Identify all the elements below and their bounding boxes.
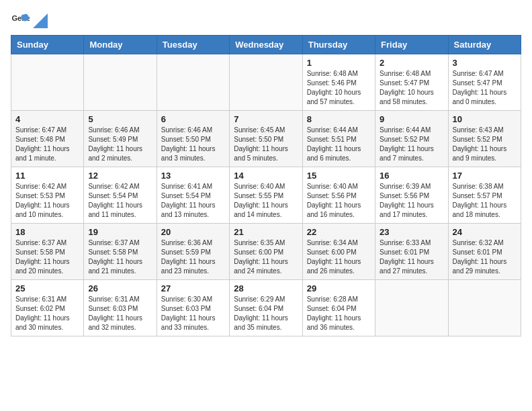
day-info: Sunrise: 6:36 AM Sunset: 5:59 PM Dayligh… <box>161 238 225 276</box>
day-header-thursday: Thursday <box>302 36 375 54</box>
day-info: Sunrise: 6:37 AM Sunset: 5:58 PM Dayligh… <box>88 238 152 276</box>
calendar-cell: 21Sunrise: 6:35 AM Sunset: 6:00 PM Dayli… <box>230 224 302 280</box>
day-info: Sunrise: 6:31 AM Sunset: 6:03 PM Dayligh… <box>88 295 152 332</box>
calendar-cell: 9Sunrise: 6:44 AM Sunset: 5:52 PM Daylig… <box>375 111 448 167</box>
logo-triangle <box>33 13 48 28</box>
day-info: Sunrise: 6:44 AM Sunset: 5:51 PM Dayligh… <box>307 126 371 163</box>
day-info: Sunrise: 6:42 AM Sunset: 5:54 PM Dayligh… <box>88 182 152 220</box>
day-number: 25 <box>15 283 79 293</box>
calendar-cell: 19Sunrise: 6:37 AM Sunset: 5:58 PM Dayli… <box>84 224 157 280</box>
calendar-week-4: 18Sunrise: 6:37 AM Sunset: 5:58 PM Dayli… <box>11 224 521 280</box>
day-header-sunday: Sunday <box>11 36 84 54</box>
day-number: 12 <box>88 171 152 181</box>
calendar-cell: 10Sunrise: 6:43 AM Sunset: 5:52 PM Dayli… <box>448 111 521 167</box>
calendar-cell: 22Sunrise: 6:34 AM Sunset: 6:00 PM Dayli… <box>302 224 375 280</box>
calendar-cell: 14Sunrise: 6:40 AM Sunset: 5:55 PM Dayli… <box>230 167 302 224</box>
day-number: 7 <box>234 114 298 124</box>
calendar-cell: 26Sunrise: 6:31 AM Sunset: 6:03 PM Dayli… <box>84 280 157 336</box>
calendar-cell <box>230 54 302 111</box>
calendar-cell: 11Sunrise: 6:42 AM Sunset: 5:53 PM Dayli… <box>11 167 84 224</box>
day-number: 5 <box>88 114 152 124</box>
day-number: 14 <box>234 171 298 181</box>
calendar-cell <box>448 280 521 336</box>
calendar-cell: 2Sunrise: 6:48 AM Sunset: 5:47 PM Daylig… <box>375 54 448 111</box>
day-info: Sunrise: 6:40 AM Sunset: 5:55 PM Dayligh… <box>234 182 298 220</box>
day-info: Sunrise: 6:48 AM Sunset: 5:46 PM Dayligh… <box>307 69 371 107</box>
day-info: Sunrise: 6:38 AM Sunset: 5:57 PM Dayligh… <box>453 182 517 220</box>
calendar-cell: 28Sunrise: 6:29 AM Sunset: 6:04 PM Dayli… <box>230 280 302 336</box>
header: General <box>11 11 521 30</box>
day-number: 10 <box>453 114 517 124</box>
calendar-cell: 12Sunrise: 6:42 AM Sunset: 5:54 PM Dayli… <box>84 167 157 224</box>
calendar-cell: 7Sunrise: 6:45 AM Sunset: 5:50 PM Daylig… <box>230 111 302 167</box>
day-header-friday: Friday <box>375 36 448 54</box>
day-number: 19 <box>88 227 152 237</box>
day-number: 24 <box>453 227 517 237</box>
day-number: 22 <box>307 227 371 237</box>
day-number: 6 <box>161 114 225 124</box>
calendar-cell <box>157 54 229 111</box>
day-info: Sunrise: 6:48 AM Sunset: 5:47 PM Dayligh… <box>380 69 443 107</box>
calendar-cell: 1Sunrise: 6:48 AM Sunset: 5:46 PM Daylig… <box>302 54 375 111</box>
day-info: Sunrise: 6:47 AM Sunset: 5:48 PM Dayligh… <box>15 126 79 163</box>
calendar-cell <box>375 280 448 336</box>
calendar-cell: 25Sunrise: 6:31 AM Sunset: 6:02 PM Dayli… <box>11 280 84 336</box>
day-number: 4 <box>15 114 79 124</box>
day-number: 27 <box>161 283 225 293</box>
day-number: 18 <box>15 227 79 237</box>
calendar-week-2: 4Sunrise: 6:47 AM Sunset: 5:48 PM Daylig… <box>11 111 521 167</box>
calendar-cell: 23Sunrise: 6:33 AM Sunset: 6:01 PM Dayli… <box>375 224 448 280</box>
day-number: 8 <box>307 114 371 124</box>
day-number: 21 <box>234 227 298 237</box>
day-number: 20 <box>161 227 225 237</box>
day-header-saturday: Saturday <box>448 36 521 54</box>
svg-marker-1 <box>33 13 48 28</box>
day-info: Sunrise: 6:43 AM Sunset: 5:52 PM Dayligh… <box>453 126 517 163</box>
day-info: Sunrise: 6:47 AM Sunset: 5:47 PM Dayligh… <box>453 69 517 107</box>
day-number: 15 <box>307 171 371 181</box>
day-number: 23 <box>380 227 443 237</box>
day-info: Sunrise: 6:32 AM Sunset: 6:01 PM Dayligh… <box>453 238 517 276</box>
calendar-cell <box>84 54 157 111</box>
day-number: 26 <box>88 283 152 293</box>
calendar-cell: 18Sunrise: 6:37 AM Sunset: 5:58 PM Dayli… <box>11 224 84 280</box>
calendar-cell: 6Sunrise: 6:46 AM Sunset: 5:50 PM Daylig… <box>157 111 229 167</box>
calendar-week-1: 1Sunrise: 6:48 AM Sunset: 5:46 PM Daylig… <box>11 54 521 111</box>
calendar-cell: 4Sunrise: 6:47 AM Sunset: 5:48 PM Daylig… <box>11 111 84 167</box>
calendar-week-5: 25Sunrise: 6:31 AM Sunset: 6:02 PM Dayli… <box>11 280 521 336</box>
calendar-cell <box>11 54 84 111</box>
calendar-cell: 3Sunrise: 6:47 AM Sunset: 5:47 PM Daylig… <box>448 54 521 111</box>
logo: General <box>11 11 48 30</box>
day-info: Sunrise: 6:44 AM Sunset: 5:52 PM Dayligh… <box>380 126 443 163</box>
calendar-cell: 24Sunrise: 6:32 AM Sunset: 6:01 PM Dayli… <box>448 224 521 280</box>
day-info: Sunrise: 6:46 AM Sunset: 5:50 PM Dayligh… <box>161 126 225 163</box>
calendar-cell: 16Sunrise: 6:39 AM Sunset: 5:56 PM Dayli… <box>375 167 448 224</box>
day-info: Sunrise: 6:28 AM Sunset: 6:04 PM Dayligh… <box>307 295 371 332</box>
day-info: Sunrise: 6:46 AM Sunset: 5:49 PM Dayligh… <box>88 126 152 163</box>
day-info: Sunrise: 6:42 AM Sunset: 5:53 PM Dayligh… <box>15 182 79 220</box>
day-info: Sunrise: 6:33 AM Sunset: 6:01 PM Dayligh… <box>380 238 443 276</box>
day-number: 16 <box>380 171 443 181</box>
day-number: 9 <box>380 114 443 124</box>
day-number: 11 <box>15 171 79 181</box>
day-info: Sunrise: 6:39 AM Sunset: 5:56 PM Dayligh… <box>380 182 443 220</box>
day-number: 28 <box>234 283 298 293</box>
calendar-header-row: SundayMondayTuesdayWednesdayThursdayFrid… <box>11 36 521 54</box>
day-info: Sunrise: 6:34 AM Sunset: 6:00 PM Dayligh… <box>307 238 371 276</box>
calendar-cell: 5Sunrise: 6:46 AM Sunset: 5:49 PM Daylig… <box>84 111 157 167</box>
calendar: SundayMondayTuesdayWednesdayThursdayFrid… <box>11 35 521 336</box>
calendar-cell: 8Sunrise: 6:44 AM Sunset: 5:51 PM Daylig… <box>302 111 375 167</box>
day-info: Sunrise: 6:35 AM Sunset: 6:00 PM Dayligh… <box>234 238 298 276</box>
day-number: 1 <box>307 58 371 68</box>
calendar-cell: 20Sunrise: 6:36 AM Sunset: 5:59 PM Dayli… <box>157 224 229 280</box>
day-header-tuesday: Tuesday <box>157 36 229 54</box>
day-info: Sunrise: 6:29 AM Sunset: 6:04 PM Dayligh… <box>234 295 298 332</box>
day-header-wednesday: Wednesday <box>230 36 302 54</box>
logo-icon: General <box>11 11 30 30</box>
day-number: 3 <box>453 58 517 68</box>
calendar-cell: 27Sunrise: 6:30 AM Sunset: 6:03 PM Dayli… <box>157 280 229 336</box>
day-info: Sunrise: 6:31 AM Sunset: 6:02 PM Dayligh… <box>15 295 79 332</box>
day-info: Sunrise: 6:40 AM Sunset: 5:56 PM Dayligh… <box>307 182 371 220</box>
day-number: 29 <box>307 283 371 293</box>
calendar-week-3: 11Sunrise: 6:42 AM Sunset: 5:53 PM Dayli… <box>11 167 521 224</box>
